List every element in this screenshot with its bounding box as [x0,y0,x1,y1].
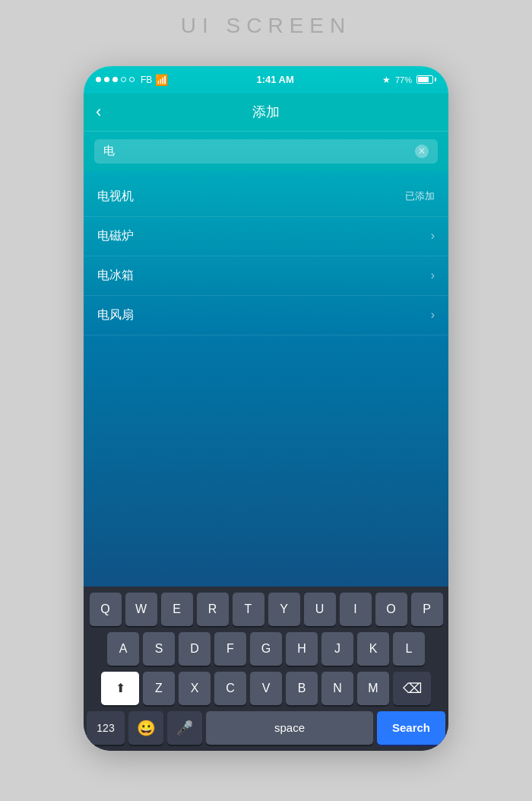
list-item[interactable]: 电冰箱 › [84,256,448,296]
key-W[interactable]: W [125,593,157,626]
signal-dot-4 [121,77,126,82]
key-M[interactable]: M [357,672,389,705]
search-button[interactable]: Search [377,711,445,745]
key-R[interactable]: R [197,593,229,626]
list-item[interactable]: 电磁炉 › [84,217,448,256]
page-title-label: UI SCREEN [181,14,351,38]
keyboard: Q W E R T Y U I O P A S D F G H J K [84,586,448,751]
key-O[interactable]: O [375,593,407,626]
space-key[interactable]: space [206,711,373,745]
added-status: 已添加 [405,189,435,203]
nav-bar: ‹ 添加 [84,94,448,132]
key-B[interactable]: B [286,672,318,705]
status-time: 1:41 AM [256,74,293,85]
back-button[interactable]: ‹ [96,102,101,122]
key-G[interactable]: G [250,632,282,666]
chevron-right-icon: › [431,229,435,243]
key-U[interactable]: U [304,593,336,626]
key-X[interactable]: X [179,672,211,705]
carrier-label: FB [141,75,152,85]
signal-dot-5 [129,77,135,82]
list-item[interactable]: 电风扇 › [84,296,448,335]
list-item-label: 电视机 [97,189,134,205]
list-area: 电视机 已添加 电磁炉 › 电冰箱 › 电风扇 › [84,171,448,586]
signal-dot-3 [112,77,118,82]
list-item-right: 已添加 [405,189,435,203]
keyboard-row-2: A S D F G H J K L [87,632,445,666]
search-input-wrapper[interactable]: × [94,139,438,164]
list-item-label: 电磁炉 [97,228,134,244]
chevron-right-icon: › [431,308,435,322]
list-item-label: 电风扇 [97,307,134,323]
list-item-right: › [431,308,435,322]
key-D[interactable]: D [179,632,211,666]
emoji-key[interactable]: 😀 [128,711,163,745]
nav-title: 添加 [252,103,280,121]
clear-button[interactable]: × [415,145,429,158]
keyboard-bottom-row: 123 😀 🎤 space Search [87,711,445,745]
phone-frame: FB 📶 1:41 AM ★ 77% ‹ 添加 [84,66,448,751]
keyboard-row-3: ⬆ Z X C V B N M ⌫ [87,672,445,705]
key-F[interactable]: F [214,632,246,666]
search-bar: × [84,132,448,171]
delete-key[interactable]: ⌫ [393,672,431,705]
key-V[interactable]: V [250,672,282,705]
list-item-label: 电冰箱 [97,268,134,284]
chevron-right-icon: › [431,269,435,282]
bluetooth-icon: ★ [382,75,391,85]
signal-dot-1 [96,77,101,82]
search-input[interactable] [103,145,409,157]
key-I[interactable]: I [340,593,372,626]
key-P[interactable]: P [411,593,443,626]
battery-percent: 77% [395,75,412,84]
keyboard-row-1: Q W E R T Y U I O P [87,593,445,626]
key-A[interactable]: A [107,632,139,666]
shift-key[interactable]: ⬆ [101,672,139,705]
key-H[interactable]: H [286,632,318,666]
status-bar: FB 📶 1:41 AM ★ 77% [84,66,448,94]
key-E[interactable]: E [161,593,193,626]
list-item-right: › [431,229,435,243]
list-item[interactable]: 电视机 已添加 [84,177,448,217]
key-N[interactable]: N [321,672,353,705]
list-item-right: › [431,269,435,282]
key-S[interactable]: S [143,632,175,666]
signal-dot-2 [104,77,109,82]
key-C[interactable]: C [214,672,246,705]
status-left: FB 📶 [96,74,168,86]
key-Y[interactable]: Y [268,593,300,626]
key-Q[interactable]: Q [90,593,122,626]
num-key[interactable]: 123 [87,711,125,745]
key-Z[interactable]: Z [143,672,175,705]
key-J[interactable]: J [321,632,353,666]
wifi-icon: 📶 [155,74,168,86]
key-K[interactable]: K [357,632,389,666]
status-right: ★ 77% [382,75,436,85]
key-T[interactable]: T [233,593,264,626]
battery-icon [416,75,436,84]
mic-key[interactable]: 🎤 [167,711,202,745]
phone-content: FB 📶 1:41 AM ★ 77% ‹ 添加 [84,66,448,751]
key-L[interactable]: L [393,632,425,666]
